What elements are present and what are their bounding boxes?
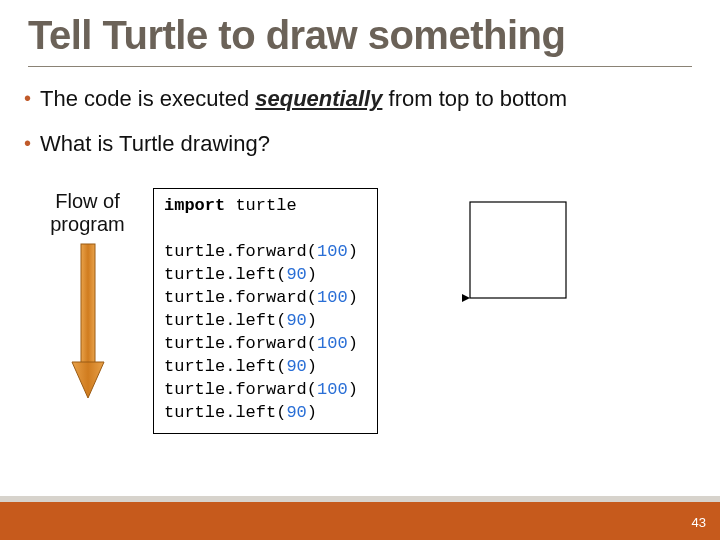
turtle-output <box>456 196 596 310</box>
code-call: turtle.left( <box>164 311 286 330</box>
bullet-1: The code is executed sequentially from t… <box>28 85 692 114</box>
slide: Tell Turtle to draw something The code i… <box>0 0 720 540</box>
code-module: turtle <box>225 196 296 215</box>
down-arrow-icon <box>68 242 108 402</box>
svg-marker-1 <box>72 362 104 398</box>
footer-bar: 43 <box>0 496 720 540</box>
bullet-list: The code is executed sequentially from t… <box>28 85 692 158</box>
code-arg: 100 <box>317 288 348 307</box>
slide-title: Tell Turtle to draw something <box>28 14 692 56</box>
code-arg: 100 <box>317 242 348 261</box>
bullet-1-text-pre: The code is executed <box>40 86 255 111</box>
turtle-drawing-icon <box>456 196 596 306</box>
code-call: turtle.forward( <box>164 380 317 399</box>
code-keyword-import: import <box>164 196 225 215</box>
code-line: turtle.forward(100) <box>164 380 358 399</box>
code-line: turtle.left(90) <box>164 357 317 376</box>
svg-rect-2 <box>470 202 566 298</box>
code-end: ) <box>348 288 358 307</box>
svg-rect-0 <box>81 244 95 364</box>
code-end: ) <box>348 334 358 353</box>
flow-label-line1: Flow of <box>55 190 119 212</box>
code-line: turtle.left(90) <box>164 265 317 284</box>
code-end: ) <box>307 403 317 422</box>
code-end: ) <box>348 242 358 261</box>
flow-column: Flow of program <box>40 188 135 402</box>
code-call: turtle.forward( <box>164 334 317 353</box>
code-arg: 90 <box>286 265 306 284</box>
code-arg: 90 <box>286 311 306 330</box>
code-box: import turtle turtle.forward(100) turtle… <box>153 188 378 433</box>
code-arg: 90 <box>286 403 306 422</box>
code-arg: 100 <box>317 334 348 353</box>
code-arg: 100 <box>317 380 348 399</box>
bullet-1-emphasis: sequentially <box>255 86 382 111</box>
svg-marker-3 <box>462 294 470 302</box>
title-divider <box>28 66 692 67</box>
code-line: turtle.forward(100) <box>164 334 358 353</box>
code-line: turtle.left(90) <box>164 403 317 422</box>
flow-label: Flow of program <box>40 190 135 236</box>
code-line: turtle.left(90) <box>164 311 317 330</box>
code-line: turtle.forward(100) <box>164 288 358 307</box>
code-arg: 90 <box>286 357 306 376</box>
bullet-1-text-post: from top to bottom <box>382 86 567 111</box>
code-end: ) <box>307 265 317 284</box>
code-call: turtle.left( <box>164 403 286 422</box>
code-call: turtle.left( <box>164 265 286 284</box>
page-number: 43 <box>692 515 706 530</box>
bullet-2: What is Turtle drawing? <box>28 130 692 159</box>
code-line: turtle.forward(100) <box>164 242 358 261</box>
content-row: Flow of program import turtl <box>28 188 692 433</box>
code-call: turtle.forward( <box>164 242 317 261</box>
code-call: turtle.forward( <box>164 288 317 307</box>
code-end: ) <box>348 380 358 399</box>
code-end: ) <box>307 357 317 376</box>
code-end: ) <box>307 311 317 330</box>
flow-label-line2: program <box>50 213 124 235</box>
code-call: turtle.left( <box>164 357 286 376</box>
flow-arrow-wrap <box>40 242 135 402</box>
